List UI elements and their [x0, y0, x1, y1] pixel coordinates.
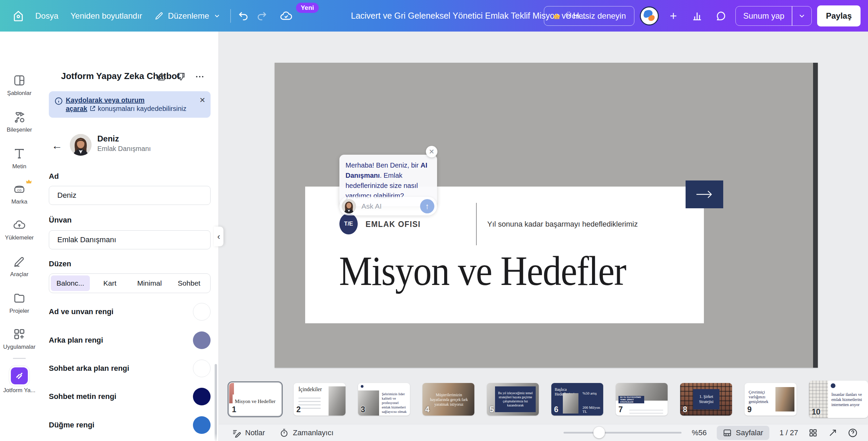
send-icon[interactable]: ↑ — [420, 199, 434, 213]
page-thumbnail-7[interactable]: BU YIL İZLEYECEĞİMİZ TEMEL ŞİRKET STRATE… — [616, 383, 668, 416]
panel-scrollbar[interactable] — [215, 364, 217, 441]
brand-icon: co — [13, 182, 26, 196]
sidebar-item-tools[interactable]: Araçlar — [0, 255, 39, 278]
thumbs-down-icon[interactable] — [176, 72, 186, 82]
top-toolbar: Dosya Yeniden boyutlandır Düzenleme Yeni… — [0, 0, 868, 32]
field-label-title: Ünvan — [49, 216, 72, 225]
upload-cloud-icon — [13, 218, 26, 232]
back-arrow-button[interactable]: ← — [52, 139, 62, 152]
name-title-color-swatch[interactable] — [193, 303, 211, 321]
tab-minimal[interactable]: Minimal — [130, 275, 169, 291]
page-thumbnail-1[interactable]: Misyon ve Hedefler 1 — [229, 383, 281, 416]
try-free-button[interactable]: Ücretsiz deneyin — [544, 6, 634, 26]
pages-view-icon — [723, 428, 732, 437]
chatbot-avatar — [342, 199, 356, 213]
add-member-button[interactable] — [664, 7, 683, 25]
field-label-name: Ad — [49, 172, 59, 181]
menu-resize[interactable]: Yeniden boyutlandır — [64, 6, 148, 26]
grid-view-icon[interactable] — [808, 428, 818, 438]
banner-close-icon[interactable]: × — [200, 95, 205, 105]
layout-tab-group: Balonc... Kart Minimal Sohbet — [49, 273, 211, 293]
thumbs-up-icon[interactable] — [157, 72, 167, 82]
page-thumbnail-2[interactable]: İçindekiler 2 — [294, 383, 346, 416]
sidebar-item-templates[interactable]: Şablonlar — [0, 74, 39, 97]
slide-header-divider — [476, 203, 477, 245]
color-row-chat-text: Sohbet metin rengi — [49, 388, 211, 405]
account-avatar[interactable] — [640, 6, 659, 25]
home-button[interactable] — [7, 6, 29, 26]
undo-button[interactable] — [234, 7, 253, 25]
present-chevron-icon[interactable] — [792, 12, 811, 20]
sidebar-divider — [13, 358, 26, 359]
zoom-slider[interactable] — [564, 432, 682, 434]
menu-editing[interactable]: Düzenleme — [148, 6, 226, 26]
new-feature-badge: Yeni — [296, 3, 319, 13]
chatbot-input[interactable]: Ask AI ↑ — [339, 197, 437, 215]
insights-chart-icon[interactable] — [688, 7, 706, 25]
chat-text-color-swatch[interactable] — [193, 388, 211, 405]
tab-card[interactable]: Kart — [91, 275, 130, 291]
sidebar-item-text[interactable]: Metin — [0, 147, 39, 170]
slide-logo-monogram[interactable]: T/E — [339, 213, 358, 234]
page-indicator: 1 / 27 — [780, 428, 798, 437]
svg-text:co: co — [17, 188, 21, 192]
page-thumbnail-3[interactable]: Şehrimizin lider kaliteli ve profesyonel… — [358, 383, 410, 416]
slide-photo-edge — [813, 63, 818, 368]
slide-title[interactable]: Misyon ve Hedefler — [339, 248, 626, 294]
design-canvas[interactable]: T/E EMLAK OFISI Yıl sonuna kadar başarma… — [219, 32, 868, 382]
sidebar-item-jotform-app[interactable]: Jotform Ya... — [0, 367, 39, 394]
fullscreen-icon[interactable] — [828, 428, 837, 438]
redo-button[interactable] — [253, 7, 271, 25]
slide-brand-name[interactable]: EMLAK OFISI — [366, 219, 421, 229]
page-thumbnail-6[interactable]: Başlıca Hedeflerimiz %50 artış 200 Milyo… — [551, 383, 603, 416]
chat-background-color-swatch[interactable] — [193, 360, 211, 377]
folder-icon — [13, 291, 26, 305]
tab-bubble[interactable]: Balonc... — [51, 275, 90, 291]
more-options-icon[interactable] — [195, 72, 205, 82]
comments-icon[interactable] — [712, 7, 730, 25]
menu-dosya[interactable]: Dosya — [29, 6, 64, 26]
sidebar-item-uploads[interactable]: Yüklemeler — [0, 218, 39, 241]
present-button[interactable]: Sunum yap — [735, 6, 812, 26]
color-row-chat-background: Sohbet arka plan rengi — [49, 360, 211, 377]
color-row-background: Arka plan rengi — [49, 331, 211, 349]
timer-icon — [279, 428, 289, 438]
background-color-swatch[interactable] — [193, 331, 211, 349]
button-color-swatch[interactable] — [193, 416, 211, 434]
chatbot-close-icon[interactable]: ✕ — [426, 146, 437, 157]
agent-avatar — [70, 134, 92, 156]
slide-tagline[interactable]: Yıl sonuna kadar başarmayı hedefledikler… — [487, 220, 638, 229]
external-link-icon — [89, 105, 96, 112]
panel-collapse-handle[interactable]: ‹ — [214, 227, 223, 246]
pages-button[interactable]: Sayfalar — [717, 426, 769, 440]
share-button[interactable]: Paylaş — [817, 5, 861, 26]
slide-page[interactable]: T/E EMLAK OFISI Yıl sonuna kadar başarma… — [275, 63, 818, 368]
ask-ai-placeholder[interactable]: Ask AI — [361, 202, 415, 210]
cloud-saved-icon[interactable] — [277, 7, 295, 25]
help-icon[interactable] — [848, 428, 858, 438]
page-thumbnail-10[interactable]: İnsanlar ilanları ve emlak hizmetlerini … — [809, 381, 868, 418]
title-input[interactable]: Emlak Danışmanı — [49, 230, 211, 249]
sidebar-item-apps[interactable]: Uygulamalar — [0, 327, 39, 350]
crown-pro-icon — [25, 178, 33, 186]
elements-icon — [13, 110, 26, 124]
zoom-slider-thumb[interactable] — [593, 427, 605, 438]
color-row-button: Düğme rengi — [49, 416, 211, 434]
apps-grid-icon — [13, 327, 26, 341]
page-thumbnail-8[interactable]: 1. Şirket Stratejisi 8 — [680, 383, 732, 416]
toolbar-divider — [230, 9, 231, 23]
tab-chat[interactable]: Sohbet — [170, 275, 209, 291]
timer-button[interactable]: Zamanlayıcı — [279, 428, 334, 438]
signup-info-banner: Kaydolarak veya oturumaçarak konuşmaları… — [49, 91, 211, 118]
sidebar-item-projects[interactable]: Projeler — [0, 291, 39, 314]
field-label-layout: Düzen — [49, 260, 71, 268]
notes-button[interactable]: Notlar — [232, 428, 265, 438]
page-thumbnail-4[interactable]: Müşterilerimizin hayatlarında gerçek far… — [422, 383, 474, 416]
slide-next-arrow-button[interactable] — [686, 180, 723, 208]
tools-pen-icon — [13, 255, 26, 268]
page-thumbnail-5[interactable]: Bu yıl izleyeceğimiz temel stratejileri … — [487, 383, 539, 416]
sidebar-item-elements[interactable]: Bileşenler — [0, 110, 39, 133]
sidebar-item-brand[interactable]: co Marka — [0, 182, 39, 205]
name-input[interactable]: Deniz — [49, 186, 211, 205]
page-thumbnail-9[interactable]: Çevrimiçi varlığınızı genişletmek 9 — [745, 383, 796, 416]
